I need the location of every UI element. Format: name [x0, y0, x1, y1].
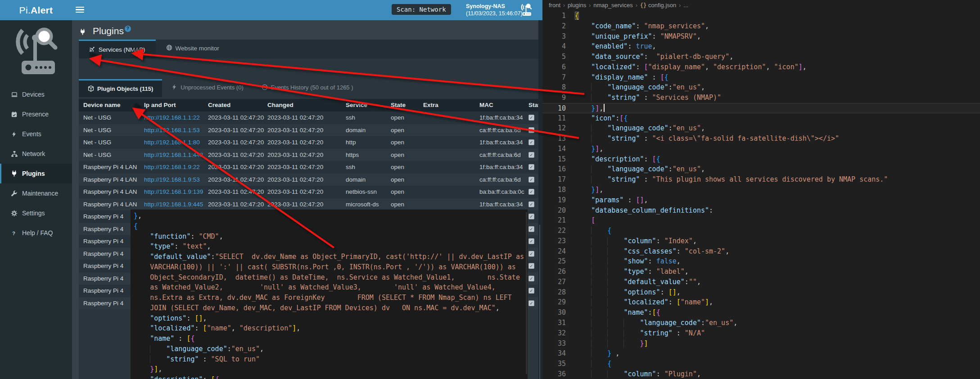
help-badge[interactable]: ? — [125, 26, 131, 32]
overlay-code-line: "type": "text", — [134, 241, 528, 252]
subtab-unprocessed-events-0[interactable]: Unprocessed Events (0) — [162, 79, 252, 97]
status-checkbox[interactable]: ✓ — [528, 300, 534, 306]
breadcrumb-item-config-json[interactable]: {}config.json — [640, 2, 677, 9]
device-name-cell: Raspberry Pi 4 — [83, 297, 123, 310]
column-header-mac[interactable]: MAC — [479, 99, 493, 111]
ip-port-link[interactable]: http://192.168.1.1:22 — [144, 111, 200, 124]
code-line: 7 "display_name" : [{ — [542, 72, 980, 83]
breadcrumb-item-front[interactable]: front — [549, 2, 560, 9]
ip-port-link[interactable]: http://192.168.1.1:80 — [144, 136, 200, 149]
line-number: 28 — [542, 287, 566, 298]
tab-services-nmap[interactable]: Services (NMAP) — [79, 40, 156, 58]
service-cell: ssh — [346, 111, 355, 124]
status-checkbox[interactable]: ✓ — [528, 177, 534, 183]
created-cell: 2023-03-11 02:47:20 — [208, 198, 264, 211]
device-name-cell: Raspberry Pi 4 — [83, 285, 123, 297]
calendar-icon — [11, 106, 18, 113]
column-header-service[interactable]: Service — [346, 99, 367, 111]
ip-port-link[interactable]: http://192.168.1.1:443 — [144, 149, 203, 161]
code-overlay-window[interactable]: },{ "function": "CMD", "type": "text", "… — [131, 210, 528, 379]
status-checkbox[interactable]: ✓ — [528, 251, 534, 257]
sidebar-item-label: Plugins — [22, 170, 45, 177]
line-number: 22 — [542, 226, 566, 236]
status-checkbox[interactable]: ✓ — [528, 276, 534, 281]
brand-logo-text[interactable]: Pi.Alert — [0, 0, 72, 20]
status-checkbox[interactable]: ✓ — [528, 152, 534, 158]
breadcrumb-item-nmap-services[interactable]: nmap_services — [593, 2, 632, 9]
changed-cell: 2023-03-11 02:47:20 — [267, 198, 323, 211]
ip-port-link[interactable]: http://192.168.1.9:53 — [144, 174, 200, 186]
code-line: 29 "localized": ["name"], — [542, 297, 980, 308]
bolt-icon — [171, 80, 177, 86]
status-checkbox[interactable]: ✓ — [528, 238, 534, 244]
question-icon: ? — [11, 224, 18, 232]
ip-port-link[interactable]: http://192.168.1.9:22 — [144, 161, 200, 174]
sidebar-item-devices[interactable]: Devices — [0, 85, 72, 104]
sidebar-item-plugins[interactable]: Plugins — [0, 164, 72, 183]
ip-port-link[interactable]: http://192.168.1.9:445 — [144, 198, 203, 211]
subtab-events-history-50-out-of-1265[interactable]: Events History (50 out of 1265 ) — [253, 79, 362, 97]
status-checkbox[interactable]: ✓ — [528, 263, 534, 269]
code-text: { — [575, 359, 611, 369]
status-checkbox[interactable]: ✓ — [528, 164, 534, 170]
code-line: 12 "language_code":"en_us", — [542, 123, 980, 134]
status-checkbox[interactable]: ✓ — [528, 115, 534, 120]
breadcrumb-label: nmap_services — [593, 2, 632, 9]
overlay-scrollbar[interactable] — [526, 212, 527, 374]
column-header-state[interactable]: State — [391, 99, 406, 111]
sidebar-item-help-faq[interactable]: ?Help / FAQ — [0, 223, 72, 243]
breadcrumb-item-[interactable]: ... — [683, 2, 688, 9]
line-number: 16 — [542, 164, 566, 174]
brand-suffix: Alert — [31, 5, 53, 15]
code-text: "options": [], — [575, 287, 681, 298]
overlay-code-line: as Watched_Value2, 'null' as Watched_Val… — [134, 282, 528, 293]
device-name-cell: Raspberry Pi 4 — [83, 223, 123, 236]
ip-port-link[interactable]: http://192.168.1.9:139 — [144, 186, 203, 198]
breadcrumb-item-plugins[interactable]: plugins — [568, 2, 586, 9]
sidebar-item-presence[interactable]: Presence — [0, 104, 72, 124]
line-number: 36 — [542, 369, 566, 379]
column-header-created[interactable]: Created — [208, 99, 230, 111]
satellite-icon — [89, 41, 95, 47]
sidebar-item-settings[interactable]: Settings — [0, 203, 72, 223]
svg-text:?: ? — [12, 231, 15, 236]
column-header-ip-and-port[interactable]: Ip and Port — [144, 99, 176, 111]
sidebar-item-events[interactable]: Events — [0, 124, 72, 144]
column-header-changed[interactable]: Changed — [267, 99, 294, 111]
changed-cell: 2023-03-11 02:47:20 — [267, 111, 323, 124]
status-checkbox[interactable]: ✓ — [528, 288, 534, 294]
line-number: 12 — [542, 123, 566, 134]
sidebar-item-maintenance[interactable]: Maintenance — [0, 183, 72, 203]
status-checkbox[interactable]: ✓ — [528, 214, 534, 219]
ip-port-link[interactable]: http://192.168.1.1:53 — [144, 124, 200, 137]
column-header-extra[interactable]: Extra — [423, 99, 438, 111]
overlay-code-line: "localized": ["name", "description"], — [134, 323, 528, 334]
hamburger-menu-icon[interactable] — [76, 7, 84, 13]
code-text: "localized": ["display_name", "descripti… — [575, 62, 807, 72]
overlay-code-line: "description": [{ — [134, 375, 528, 379]
status-checkbox[interactable]: ✓ — [528, 127, 534, 133]
table-header: Device nameIp and PortCreatedChangedServ… — [79, 99, 538, 111]
wrench-icon — [11, 185, 18, 192]
status-checkbox[interactable]: ✓ — [528, 201, 534, 207]
status-checkbox[interactable]: ✓ — [528, 139, 534, 145]
app-scrollbar-thumb[interactable] — [539, 225, 540, 379]
overlay-code-line: "default_value":"SELECT dv.dev_Name as O… — [134, 252, 528, 262]
device-name-cell: Net - USG — [83, 136, 111, 149]
breadcrumb-label: config.json — [648, 2, 676, 9]
subtab-plugin-objects-115[interactable]: Plugin Objects (115) — [79, 79, 162, 97]
code-line: 21 [ — [542, 215, 980, 226]
status-checkbox[interactable]: ✓ — [528, 226, 534, 232]
sidebar-item-network[interactable]: Network — [0, 144, 72, 164]
code-line: 33 }] — [542, 339, 980, 349]
code-line: 31 "language_code":"en_us", — [542, 318, 980, 328]
column-header-device-name[interactable]: Device name — [83, 99, 121, 111]
text-cursor — [604, 104, 605, 112]
tab-website-monitor[interactable]: Website monitor — [156, 40, 230, 58]
code-text: } , — [575, 348, 619, 359]
code-line: 28 "options": [], — [542, 287, 980, 298]
column-header-status[interactable]: Status — [528, 99, 538, 111]
service-cell: domain — [346, 124, 366, 137]
status-checkbox[interactable]: ✓ — [528, 189, 534, 195]
vscode-editor[interactable]: front›plugins›nmap_services›{}config.jso… — [542, 0, 980, 379]
